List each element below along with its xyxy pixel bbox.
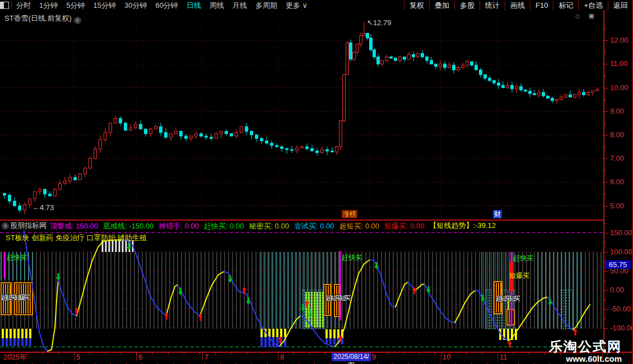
time-tick	[27, 353, 27, 355]
tick-minor	[604, 29, 606, 29]
menu-item-月线[interactable]: 月线	[232, 1, 247, 10]
indicator-tick-label: -100.00	[610, 324, 633, 332]
watermark: 乐淘公式网 www.60lt.com	[549, 339, 622, 364]
time-tick	[105, 353, 106, 355]
tick	[604, 252, 608, 253]
price-tick-label: 10.00	[610, 83, 629, 92]
param-尝试买: 尝试买: 0.00	[294, 222, 334, 230]
watermark-site-name: 乐淘公式网	[549, 339, 622, 354]
signal-label-短爆买: 短爆买	[509, 271, 529, 281]
time-tick	[482, 353, 482, 355]
menu-item-多周期[interactable]: 多周期	[255, 1, 277, 10]
main-candlestick-chart: ST香雪(日线.前复权)∨ ◇ ▣ ↖12.79 ←4.73 涨榜财	[0, 10, 603, 220]
tick	[604, 328, 608, 329]
toolbar-item-F10[interactable]: F10	[530, 1, 553, 10]
candles	[3, 22, 599, 214]
signal-label-超短买短买: 超短买短买	[326, 293, 348, 303]
time-tick	[435, 353, 435, 355]
tick	[604, 309, 608, 310]
time-label-9: 9	[372, 353, 376, 361]
param-顶警戒: 顶警戒: 150.00	[50, 222, 98, 230]
tick	[604, 64, 608, 64]
menu-item-30分钟[interactable]: 30分钟	[124, 1, 147, 10]
indicator-canvas	[0, 230, 603, 352]
time-tick	[262, 353, 263, 355]
tick	[604, 182, 608, 183]
menu-item-15分钟[interactable]: 15分钟	[93, 1, 115, 10]
time-tick	[168, 353, 169, 355]
menu-item-日线[interactable]: 日线	[187, 1, 201, 10]
param-短爆买: 短爆买: 0.00	[384, 222, 425, 230]
toolbar-item-返回[interactable]: 返回	[608, 1, 633, 10]
time-tick	[372, 353, 373, 355]
price-tick-label: 7.00	[610, 154, 624, 162]
sell-arrow-icon	[301, 304, 305, 311]
toolbar-item-多股[interactable]: 多股	[454, 1, 480, 10]
window-split-icon[interactable]	[0, 2, 9, 9]
menu-separator	[11, 1, 12, 9]
candlestick-canvas	[0, 10, 603, 220]
menu-item-分时[interactable]: 分时	[16, 1, 31, 10]
low-price-annotation: ←4.73	[32, 203, 54, 212]
toolbar-item-叠加[interactable]: 叠加	[429, 1, 454, 10]
marker-badge-涨榜[interactable]: 涨榜	[342, 210, 357, 218]
time-label-10: 10	[443, 353, 450, 361]
menu-item-1分钟[interactable]: 1分钟	[39, 1, 58, 10]
price-tick-label: 5.00	[610, 202, 624, 210]
time-label-6: 6	[138, 353, 142, 361]
indicator-axis: 65.75 150.00100.0050.000.00-50.00-100.00	[603, 220, 633, 352]
time-tick	[623, 353, 623, 355]
tick	[604, 271, 608, 272]
tick	[604, 158, 608, 159]
time-tick	[294, 353, 294, 355]
time-tick	[152, 353, 153, 355]
toolbar-item-画线[interactable]: 画线	[505, 1, 530, 10]
signal-label-赶快买: 赶快买	[513, 254, 533, 263]
time-tick	[215, 353, 216, 355]
tick-minor	[604, 52, 606, 53]
time-tick	[11, 353, 12, 355]
toolbar-item-+自选[interactable]: +自选	[578, 1, 608, 10]
tick	[604, 111, 608, 112]
tick-minor	[604, 100, 606, 100]
tick	[604, 88, 608, 88]
time-tick	[513, 353, 514, 355]
tick	[604, 206, 608, 207]
menu-item-60分钟[interactable]: 60分钟	[155, 1, 178, 10]
param-超短买: 超短买: 0.00	[339, 222, 379, 230]
price-tick-label: 9.00	[610, 107, 624, 115]
chevron-down-icon[interactable]: ∨	[74, 17, 81, 24]
time-tick	[246, 353, 247, 355]
time-axis[interactable]: 2025/08/14/四 2025年567891011	[0, 352, 633, 364]
signal-label-赶快买: 赶快买	[342, 253, 362, 263]
tick-minor	[604, 242, 606, 243]
sector-tags[interactable]: ST板块 创新药 免疫治疗 口罩防护 辅助生殖	[6, 233, 147, 243]
tick-minor	[604, 123, 606, 124]
time-label-7: 7	[204, 353, 208, 361]
current-value-badge: 65.75	[605, 260, 631, 269]
chevron-down-icon[interactable]: ∨	[2, 222, 9, 230]
tick-minor	[604, 147, 606, 147]
time-tick	[199, 353, 200, 355]
high-price-annotation: ↖12.79	[367, 18, 391, 27]
time-tick	[388, 353, 388, 355]
toolbar-item-复权[interactable]: 复权	[404, 1, 429, 10]
price-tick-label: 12.00	[610, 36, 629, 44]
chart-corner-icons[interactable]: ◇ ▣	[575, 12, 598, 20]
param-神猎手: 神猎手: 0.00	[159, 222, 199, 230]
menu-item-5分钟[interactable]: 5分钟	[66, 1, 85, 10]
time-tick	[184, 353, 184, 355]
marker-badge-财[interactable]: 财	[493, 210, 502, 218]
time-tick	[497, 353, 498, 355]
indicator-panel: ST板块 创新药 免疫治疗 口罩防护 辅助生殖 赶快买赶快买赶快买短爆买超短买短…	[0, 230, 603, 352]
menu-item-周线[interactable]: 周线	[210, 1, 224, 10]
time-tick	[58, 353, 59, 355]
toolbar-item-标记[interactable]: 标记	[553, 1, 578, 10]
price-gridlines	[0, 13, 603, 218]
menu-item-更多 ∨[interactable]: 更多 ∨	[286, 1, 308, 10]
toolbar-item-统计[interactable]: 统计	[480, 1, 505, 10]
trading-app-window: 分时1分钟5分钟15分钟30分钟60分钟日线周线月线多周期更多 ∨ 复权叠加多股…	[0, 0, 633, 364]
tool-menu: 复权叠加多股统计画线F10标记+自选返回	[404, 0, 633, 10]
param-秘密买: 秘密买: 0.00	[249, 222, 289, 230]
time-tick	[419, 353, 420, 355]
